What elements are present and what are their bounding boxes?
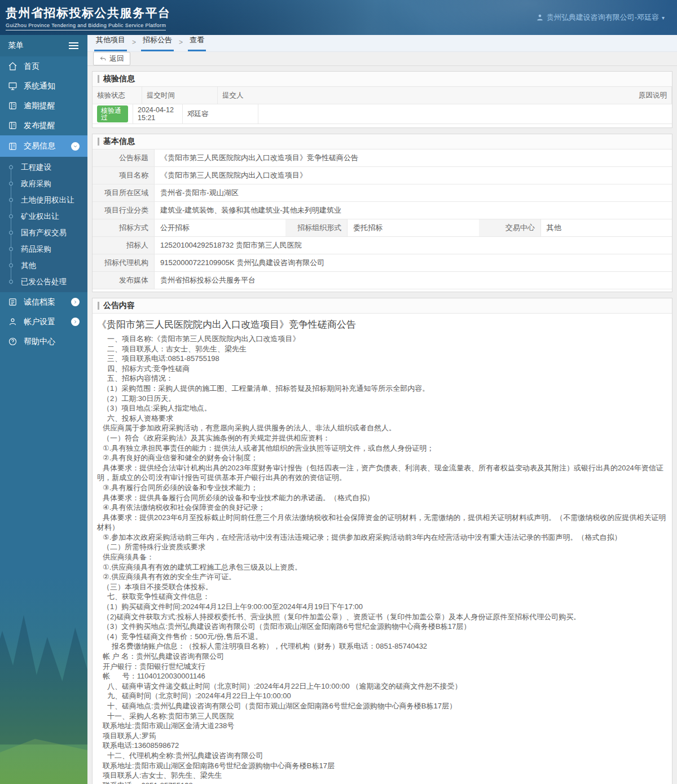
sidebar-item-label: 逾期提醒 (24, 101, 55, 111)
page-body: 核验信息 核验状态 提交时间 提交人 原因说明 (87, 66, 677, 784)
table-row: 项目所在区域 贵州省-贵阳市-观山湖区 (93, 184, 672, 202)
sidebar-subitem-label: 工程建设 (21, 162, 51, 173)
field-value: 建筑业-建筑装饰、装修和其他建筑业-其他未列明建筑业 (155, 202, 672, 219)
breadcrumb: 其他项目 > 招标公告 > 查看 (87, 35, 677, 52)
breadcrumb-item-other-projects[interactable]: 其他项目 (94, 35, 127, 51)
field-label: 项目行业分类 (93, 202, 155, 219)
basic-section-header: 基本信息 (93, 134, 672, 149)
breadcrumb-item-tender-announcement[interactable]: 招标公告 (141, 35, 174, 51)
document-icon (8, 121, 17, 130)
announcement-line: （3）文件购买地点:贵州弘典建设咨询有限公司（贵阳市观山湖区金阳南路6号世纪金源… (97, 622, 666, 632)
announcement-line: 项目联系人:吉女士、郭先生、梁先生 (97, 770, 666, 781)
announcement-line: 联系电话： 0851-85755198 (97, 781, 666, 784)
verify-status-cell: 核验通过 (93, 104, 133, 124)
announcement-line: 四、招标方式:竞争性磋商 (97, 364, 666, 374)
announcement-line: 供应商须具备： (97, 552, 666, 562)
field-label: 招标代理机构 (93, 254, 155, 271)
announcement-line: 帐 户 名：贵州弘典建设咨询有限公司 (97, 651, 666, 662)
sidebar-item-system-notice[interactable]: 系统通知 (0, 76, 87, 96)
announcement-content-panel: 公告内容 《贵阳市第三人民医院院内出入口改造项目》竞争性磋商公告 一、项目名称:… (92, 298, 672, 784)
sidebar-item-publish-reminder[interactable]: 发布提醒 (0, 116, 87, 135)
sidebar-subitem[interactable]: 国有产权交易 (0, 224, 87, 241)
menu-toggle-icon[interactable] (69, 42, 78, 49)
sidebar-subitem[interactable]: 矿业权出让 (0, 208, 87, 224)
sidebar-item-content: 交易信息 (8, 141, 55, 151)
sidebar-item-home[interactable]: 首页 (0, 56, 87, 76)
page-title: 贵州省招标投标公共服务平台 (6, 5, 171, 21)
announcement-line: （3）项目地点:采购人指定地点。 (97, 403, 666, 413)
sidebar-item-label: 帮助中心 (24, 337, 55, 347)
sidebar-item-transaction-info[interactable]: 交易信息 (0, 135, 87, 157)
announcement-line: ①.具有独立承担民事责任的能力：提供法人或者其他组织的营业执照等证明文件，或自然… (97, 443, 666, 453)
home-icon (8, 61, 17, 71)
status-badge: 核验通过 (97, 105, 128, 122)
table-row: 项目行业分类 建筑业-建筑装饰、装修和其他建筑业-其他未列明建筑业 (93, 202, 672, 219)
column-header: 原因说明 (634, 87, 672, 104)
announcement-line: 供应商属于参加政府采购活动，有意愿向采购人提供服务的法人、非法人组织或者自然人。 (97, 423, 666, 433)
sidebar-subitem-label: 已发公告处理 (21, 277, 67, 287)
announcement-line: （2）工期:30日历天。 (97, 394, 666, 404)
chevron-down-icon: ▾ (662, 15, 665, 21)
table-row: 项目名称 《贵阳市第三人民医院院内出入口改造项目》 (93, 167, 672, 184)
verify-info-panel: 核验信息 核验状态 提交时间 提交人 原因说明 (92, 71, 672, 128)
breadcrumb-separator: > (179, 38, 183, 51)
field-label: 招标方式 (93, 219, 155, 236)
announcement-line: 十二、代理机构全称:贵州弘典建设咨询有限公司 (97, 751, 666, 761)
sidebar-subitem-label: 其他 (21, 261, 36, 271)
field-label: 公告标题 (93, 149, 155, 166)
content-section-header: 公告内容 (93, 298, 672, 314)
user-menu[interactable]: 贵州弘典建设咨询有限公司-邓廷容 ▾ (536, 12, 665, 23)
sidebar-subitem[interactable]: 土地使用权出让 (0, 192, 87, 208)
announcement-paragraphs: 一、项目名称:《贵阳市第三人民医院院内出入口改造项目》 二、项目联系人：吉女士、… (97, 334, 666, 784)
announcement-line: 十、磋商地点:贵州弘典建设咨询有限公司（贵阳市观山湖区金阳南路6号世纪金源购物中… (97, 701, 666, 711)
announcement-line: ①.供应商须具有有效的建筑工程施工总承包三级及以上资质。 (97, 562, 666, 572)
breadcrumb-item-view[interactable]: 查看 (188, 35, 206, 51)
sidebar-item-label: 系统通知 (24, 81, 55, 91)
verify-table: 核验状态 提交时间 提交人 原因说明 核验通过 2024-04-12 15:21 (93, 87, 672, 127)
field-label: 招标人 (93, 237, 155, 254)
document-icon (8, 142, 17, 151)
app-header: 贵州省招标投标公共服务平台 GuiZhou Province Tendering… (0, 0, 677, 35)
section-bar (98, 302, 99, 310)
menu-label: 菜单 (8, 41, 24, 51)
sidebar-header: 菜单 (0, 35, 87, 56)
announcement-line: （2)磋商文件获取方式:投标人持授权委托书、营业执照（复印件加盖公章）、资质证书… (97, 612, 666, 622)
sidebar-item-overdue-reminder[interactable]: 逾期提醒 (0, 96, 87, 116)
sidebar-submenu-transaction: 工程建设 政府采购 土地使用权出让 矿业权出让 国有产权交易 (0, 157, 87, 292)
sidebar-item-help-center[interactable]: 帮助中心 (0, 332, 87, 351)
verify-table-row: 核验通过 2024-04-12 15:21 邓廷容 (93, 104, 672, 124)
sidebar-item-content: 帐户设置 (8, 317, 55, 327)
announcement-title: 《贵阳市第三人民医院院内出入口改造项目》竞争性磋商公告 (97, 318, 666, 332)
sidebar-item-credit-archive[interactable]: 诚信档案 (0, 292, 87, 312)
sidebar-subitem[interactable]: 政府采购 (0, 175, 87, 192)
announcement-line: （一）符合《政府采购法》及其实施条例的有关规定并提供相应资料： (97, 433, 666, 443)
back-button[interactable]: 返回 (93, 52, 130, 65)
page-subtitle: GuiZhou Province Tendering and Bidding P… (6, 23, 166, 30)
document-icon (8, 101, 17, 111)
toolbar: 返回 (87, 52, 677, 66)
sidebar-item-account-settings[interactable]: 帐户设置 (0, 312, 87, 332)
reason-cell (258, 104, 672, 124)
table-row: 招标人 125201004292518732 贵阳市第三人民医院 (93, 237, 672, 254)
user-name: 贵州弘典建设咨询有限公司-邓廷容 (547, 12, 659, 23)
sidebar-subitem[interactable]: 药品采购 (0, 241, 87, 257)
chevron-right-circle-icon (71, 298, 80, 306)
announcement-line: （1）购买磋商文件时间:2024年4月12日上午9:00:00至2024年4月1… (97, 602, 666, 612)
field-label: 招标组织形式 (285, 219, 348, 236)
main-content: 其他项目 > 招标公告 > 查看 返回 核验信息 (87, 35, 677, 784)
sidebar: 菜单 首页 系统通知 逾期提醒 发布提醒 交易信息 (0, 35, 87, 784)
sidebar-subitem[interactable]: 其他 (0, 257, 87, 274)
announcement-line: （三）本项目不接受联合体投标。 (97, 582, 666, 592)
sidebar-item-label: 交易信息 (24, 141, 55, 151)
announcement-line: 联系地址:贵阳市观山湖区金阳南路6号世纪金源购物中心商务楼B栋17层 (97, 761, 666, 771)
sidebar-item-label: 首页 (24, 61, 39, 72)
brand: 贵州省招标投标公共服务平台 GuiZhou Province Tendering… (6, 5, 171, 30)
sidebar-subitem[interactable]: 工程建设 (0, 159, 87, 175)
field-value: 《贵阳市第三人民医院院内出入口改造项目》竞争性磋商公告 (155, 149, 672, 166)
table-row: 发布媒体 贵州省招标投标公共服务平台 (93, 272, 672, 289)
section-bar (98, 75, 99, 83)
sidebar-subitem[interactable]: 已发公告处理 (0, 274, 87, 290)
field-value: 91520000722109905K 贵州弘典建设咨询有限公司 (155, 254, 672, 271)
announcement-line: 八、磋商申请文件递交截止时间（北京时间）:2024年4月22日上午10:00:0… (97, 681, 666, 691)
announcement-line: 五、招标内容情况： (97, 373, 666, 384)
